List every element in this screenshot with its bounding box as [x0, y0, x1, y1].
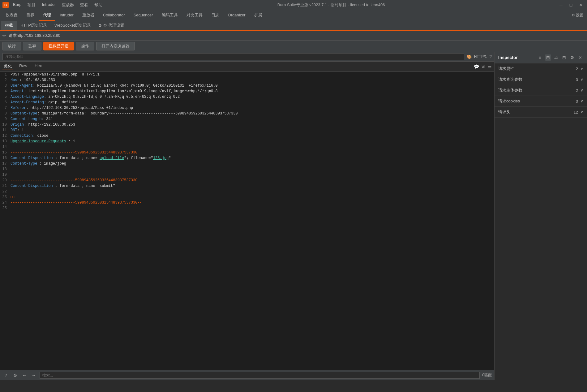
close-icon[interactable]: ✕	[577, 54, 583, 61]
menu-icon[interactable]: ☰	[488, 64, 492, 69]
table-row: 14	[0, 144, 494, 150]
back-button[interactable]: ←	[21, 372, 28, 379]
sub-tab-intercept[interactable]: 拦截	[1, 21, 17, 30]
tab-comparer[interactable]: 对比工具	[182, 10, 207, 21]
view-area: 🎨 HTTP/1 ? 美化 Raw Hex 💬 \n ☰ 1 POST /upl…	[0, 52, 587, 380]
table-row: 7 Referer: http://192.168.30.253/upload/…	[0, 105, 494, 111]
menu-burp[interactable]: Burp	[11, 2, 24, 8]
section-label-headers: 请求头	[498, 109, 510, 115]
code-area[interactable]: 1 POST /upload/Pass-01/index.php HTTP/1.…	[0, 72, 494, 370]
chevron-down-icon: ∨	[581, 67, 583, 71]
tab-beautify[interactable]: 美化	[2, 63, 13, 70]
titlebar-menu: Burp 项目 Intruder 重放器 查看 帮助	[11, 2, 105, 8]
gear-icon[interactable]: ⚙	[12, 372, 19, 379]
match-count: 0匹配	[482, 373, 492, 378]
tab-proxy[interactable]: 代理	[39, 10, 55, 21]
help-icon[interactable]: ?	[489, 54, 492, 59]
tab-intruder[interactable]: Intruder	[55, 10, 78, 21]
drop-button[interactable]: 丢弃	[23, 42, 41, 50]
table-row: 17 Content-Type : image/jpeg	[0, 161, 494, 166]
tab-repeater[interactable]: 重放器	[78, 10, 99, 21]
collapse-icon[interactable]: ⊟	[561, 54, 567, 61]
list-icon[interactable]: ≡	[537, 54, 543, 61]
tab-collaborator[interactable]: Collaborator	[99, 10, 129, 21]
tab-dashboard[interactable]: 仪表盘	[1, 10, 22, 21]
inspector-title: Inspector	[498, 55, 518, 60]
sub-tab-http-history[interactable]: HTTP历史记录	[17, 21, 51, 30]
table-row: 5 Accept-Language: zh-CN,zh;q=0.8,zh-TW;…	[0, 94, 494, 100]
table-row: 16 Content-Disposition : form-data ; nam…	[0, 155, 494, 161]
table-row: 8 Content-Type: multipart/form-data; bou…	[0, 111, 494, 116]
settings-button[interactable]: ⚙ 设置	[572, 13, 583, 18]
burp-logo: B	[2, 2, 9, 8]
message-icon[interactable]: 💬	[474, 64, 479, 69]
inspector-section-headers[interactable]: 请求头 12 ∨	[495, 107, 587, 118]
section-count-headers: 12	[574, 110, 578, 114]
menu-project[interactable]: 项目	[25, 2, 38, 8]
question-icon[interactable]: ?	[2, 372, 9, 379]
align-icon[interactable]: ⇄	[553, 54, 559, 61]
settings-icon[interactable]: ⚙	[569, 54, 575, 61]
annotation-bar: 🎨 HTTP/1 ?	[0, 52, 494, 62]
menu-view[interactable]: 查看	[78, 2, 91, 8]
chevron-down-icon: ∨	[581, 99, 583, 103]
section-count-cookies: 0	[576, 99, 578, 104]
titlebar: B Burp 项目 Intruder 重放器 查看 帮助 Burp Suite专…	[0, 0, 587, 10]
tab-logger[interactable]: 日志	[207, 10, 224, 21]
tab-hex[interactable]: Hex	[33, 63, 43, 70]
editor-tab-group: 美化 Raw Hex	[2, 63, 43, 70]
search-input[interactable]	[40, 372, 480, 379]
intercept-url: 请求http://192.168.30.253:80	[9, 33, 60, 38]
sub-tab-proxy-settings[interactable]: ⚙ ⚙ 代理设置	[95, 21, 128, 30]
intercept-toggle-button[interactable]: 拦截已开启	[43, 42, 74, 50]
menu-intruder[interactable]: Intruder	[39, 2, 58, 8]
table-row: 6 Accept-Encoding: gzip, deflate	[0, 100, 494, 105]
table-row: 20 -----------------------------59989485…	[0, 178, 494, 183]
table-row: 13 Upgrade-Insecure-Requests : 1	[0, 139, 494, 144]
request-editor: 🎨 HTTP/1 ? 美化 Raw Hex 💬 \n ☰ 1 POST /upl…	[0, 52, 494, 380]
minimize-button[interactable]: ─	[557, 2, 565, 8]
table-row: 11 DNT: 1	[0, 127, 494, 133]
table-row: 12 Connection: close	[0, 133, 494, 139]
action-button[interactable]: 操作	[76, 42, 94, 50]
inspector-section-body-params[interactable]: 请求主体参数 2 ∨	[495, 85, 587, 96]
inspector-section-cookies[interactable]: 请求cookies 0 ∨	[495, 96, 587, 107]
palette-icon[interactable]: 🎨	[467, 54, 472, 59]
table-row: 10 Origin: http://192.168.30.253	[0, 122, 494, 127]
inspector-section-query-params[interactable]: 请求查询参数 0 ∨	[495, 74, 587, 85]
table-row: 9 Content-Length: 341	[0, 116, 494, 122]
table-row: 25	[0, 205, 494, 211]
annotation-icons: 🎨	[467, 54, 472, 59]
tab-raw[interactable]: Raw	[18, 63, 28, 70]
tab-sequencer[interactable]: Sequencer	[129, 10, 157, 21]
open-browser-button[interactable]: 打开内嵌浏览器	[96, 42, 135, 50]
sub-tab-websocket-history[interactable]: WebSocket历史记录	[51, 21, 95, 30]
toolbar: 放行 丢弃 拦截已开启 操作 打开内嵌浏览器	[0, 41, 587, 52]
tab-target[interactable]: 目标	[22, 10, 39, 21]
table-row: 19	[0, 172, 494, 178]
forward-nav-button[interactable]: →	[30, 372, 37, 379]
main-tabs-right: ⚙ 设置	[572, 13, 586, 18]
annotation-input[interactable]	[2, 53, 464, 60]
close-button[interactable]: ✕	[577, 2, 585, 8]
section-label-request-attributes: 请求属性	[498, 66, 514, 71]
newline-icon[interactable]: \n	[482, 64, 485, 69]
inspector-section-request-attributes[interactable]: 请求属性 2 ∨	[495, 63, 587, 74]
tab-organizer[interactable]: Organizer	[224, 10, 250, 21]
tab-extensions[interactable]: 扩展	[250, 10, 267, 21]
menu-help[interactable]: 帮助	[92, 2, 105, 8]
gear-icon: ⚙	[98, 23, 102, 28]
menu-repeater[interactable]: 重放器	[59, 2, 76, 8]
grid-icon[interactable]: ⊞	[545, 54, 551, 61]
table-row: 18	[0, 166, 494, 172]
chevron-down-icon: ∨	[581, 88, 583, 93]
edit-icon: ✏	[2, 33, 6, 38]
forward-button[interactable]: 放行	[2, 42, 21, 50]
table-row: 4 Accept: text/html,application/xhtml+xm…	[0, 88, 494, 94]
window-controls: ─ □ ✕	[557, 2, 585, 8]
section-count-body-params: 2	[576, 88, 578, 93]
maximize-button[interactable]: □	[567, 2, 575, 8]
tab-decoder[interactable]: 编码工具	[157, 10, 182, 21]
sub-tabs: 拦截 HTTP历史记录 WebSocket历史记录 ⚙ ⚙ 代理设置	[0, 21, 587, 31]
app-title: Burp Suite专业版 v2023.7.1 - 临时项目 - license…	[277, 2, 385, 8]
